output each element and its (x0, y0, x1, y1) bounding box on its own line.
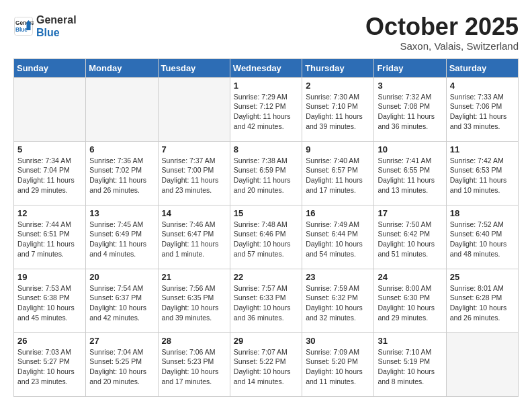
cell-info: Sunrise: 7:38 AM Sunset: 6:59 PM Dayligh… (234, 156, 298, 195)
day-number: 15 (234, 208, 298, 218)
calendar-cell: 13Sunrise: 7:45 AM Sunset: 6:49 PM Dayli… (86, 205, 158, 269)
day-number: 4 (450, 81, 515, 91)
calendar-cell (158, 77, 230, 141)
cell-info: Sunrise: 7:41 AM Sunset: 6:55 PM Dayligh… (378, 156, 442, 195)
calendar-cell (14, 77, 86, 141)
day-number: 1 (234, 81, 298, 91)
logo-icon: General Blue (13, 16, 34, 36)
day-number: 8 (234, 144, 298, 154)
calendar-cell: 30Sunrise: 7:09 AM Sunset: 5:20 PM Dayli… (302, 332, 374, 396)
calendar-cell: 28Sunrise: 7:06 AM Sunset: 5:23 PM Dayli… (158, 332, 230, 396)
day-number: 12 (17, 208, 82, 218)
day-number: 19 (17, 272, 82, 282)
weekday-header-friday: Friday (374, 58, 446, 77)
cell-info: Sunrise: 7:56 AM Sunset: 6:35 PM Dayligh… (162, 283, 226, 323)
weekday-header-thursday: Thursday (302, 58, 374, 77)
cell-info: Sunrise: 7:49 AM Sunset: 6:44 PM Dayligh… (306, 220, 370, 259)
calendar-cell: 22Sunrise: 7:57 AM Sunset: 6:33 PM Dayli… (230, 269, 302, 332)
day-number: 30 (306, 336, 370, 346)
page-header: General Blue General Blue October 2025 S… (13, 13, 519, 52)
cell-info: Sunrise: 7:29 AM Sunset: 7:12 PM Dayligh… (234, 92, 298, 132)
weekday-header-wednesday: Wednesday (230, 58, 302, 77)
location: Saxon, Valais, Switzerland (365, 40, 519, 52)
day-number: 2 (306, 81, 370, 91)
calendar-cell: 5Sunrise: 7:34 AM Sunset: 7:04 PM Daylig… (14, 141, 86, 205)
cell-info: Sunrise: 7:44 AM Sunset: 6:51 PM Dayligh… (17, 220, 82, 259)
day-number: 22 (234, 272, 298, 282)
cell-info: Sunrise: 8:00 AM Sunset: 6:30 PM Dayligh… (378, 283, 442, 323)
calendar-cell: 9Sunrise: 7:40 AM Sunset: 6:57 PM Daylig… (302, 141, 374, 205)
day-number: 31 (378, 336, 442, 346)
calendar-cell: 7Sunrise: 7:37 AM Sunset: 7:00 PM Daylig… (158, 141, 230, 205)
logo: General Blue General Blue (13, 13, 77, 39)
calendar-cell: 8Sunrise: 7:38 AM Sunset: 6:59 PM Daylig… (230, 141, 302, 205)
calendar-cell: 21Sunrise: 7:56 AM Sunset: 6:35 PM Dayli… (158, 269, 230, 332)
cell-info: Sunrise: 7:36 AM Sunset: 7:02 PM Dayligh… (89, 156, 154, 195)
cell-info: Sunrise: 7:46 AM Sunset: 6:47 PM Dayligh… (162, 220, 226, 259)
week-row-3: 12Sunrise: 7:44 AM Sunset: 6:51 PM Dayli… (14, 205, 519, 269)
calendar-cell: 2Sunrise: 7:30 AM Sunset: 7:10 PM Daylig… (302, 77, 374, 141)
day-number: 6 (89, 144, 154, 154)
calendar-cell: 31Sunrise: 7:10 AM Sunset: 5:19 PM Dayli… (374, 332, 446, 396)
cell-info: Sunrise: 7:30 AM Sunset: 7:10 PM Dayligh… (306, 92, 370, 132)
day-number: 5 (17, 144, 82, 154)
cell-info: Sunrise: 7:04 AM Sunset: 5:25 PM Dayligh… (89, 347, 154, 387)
calendar-cell: 17Sunrise: 7:50 AM Sunset: 6:42 PM Dayli… (374, 205, 446, 269)
calendar-cell: 27Sunrise: 7:04 AM Sunset: 5:25 PM Dayli… (86, 332, 158, 396)
week-row-1: 1Sunrise: 7:29 AM Sunset: 7:12 PM Daylig… (14, 77, 519, 141)
calendar-cell: 16Sunrise: 7:49 AM Sunset: 6:44 PM Dayli… (302, 205, 374, 269)
calendar-cell: 18Sunrise: 7:52 AM Sunset: 6:40 PM Dayli… (446, 205, 518, 269)
cell-info: Sunrise: 7:10 AM Sunset: 5:19 PM Dayligh… (378, 347, 442, 387)
day-number: 29 (234, 336, 298, 346)
weekday-header-tuesday: Tuesday (158, 58, 230, 77)
cell-info: Sunrise: 7:52 AM Sunset: 6:40 PM Dayligh… (450, 220, 515, 259)
cell-info: Sunrise: 7:32 AM Sunset: 7:08 PM Dayligh… (378, 92, 442, 132)
day-number: 18 (450, 208, 515, 218)
calendar-table: SundayMondayTuesdayWednesdayThursdayFrid… (13, 58, 519, 397)
week-row-5: 26Sunrise: 7:03 AM Sunset: 5:27 PM Dayli… (14, 332, 519, 396)
day-number: 7 (162, 144, 226, 154)
cell-info: Sunrise: 7:37 AM Sunset: 7:00 PM Dayligh… (162, 156, 226, 195)
calendar-cell: 14Sunrise: 7:46 AM Sunset: 6:47 PM Dayli… (158, 205, 230, 269)
day-number: 24 (378, 272, 442, 282)
month-title: October 2025 (365, 13, 519, 40)
day-number: 10 (378, 144, 442, 154)
day-number: 27 (89, 336, 154, 346)
weekday-header-saturday: Saturday (446, 58, 518, 77)
cell-info: Sunrise: 7:53 AM Sunset: 6:38 PM Dayligh… (17, 283, 82, 323)
calendar-cell (446, 332, 518, 396)
cell-info: Sunrise: 7:33 AM Sunset: 7:06 PM Dayligh… (450, 92, 515, 132)
week-row-2: 5Sunrise: 7:34 AM Sunset: 7:04 PM Daylig… (14, 141, 519, 205)
day-number: 14 (162, 208, 226, 218)
day-number: 17 (378, 208, 442, 218)
calendar-cell: 6Sunrise: 7:36 AM Sunset: 7:02 PM Daylig… (86, 141, 158, 205)
svg-text:Blue: Blue (15, 27, 28, 33)
cell-info: Sunrise: 7:45 AM Sunset: 6:49 PM Dayligh… (89, 220, 154, 259)
logo-general: General (36, 13, 77, 26)
calendar-cell: 3Sunrise: 7:32 AM Sunset: 7:08 PM Daylig… (374, 77, 446, 141)
calendar-cell: 25Sunrise: 8:01 AM Sunset: 6:28 PM Dayli… (446, 269, 518, 332)
day-number: 16 (306, 208, 370, 218)
day-number: 23 (306, 272, 370, 282)
cell-info: Sunrise: 7:40 AM Sunset: 6:57 PM Dayligh… (306, 156, 370, 195)
day-number: 28 (162, 336, 226, 346)
cell-info: Sunrise: 7:34 AM Sunset: 7:04 PM Dayligh… (17, 156, 82, 195)
calendar-cell: 4Sunrise: 7:33 AM Sunset: 7:06 PM Daylig… (446, 77, 518, 141)
day-number: 11 (450, 144, 515, 154)
day-number: 3 (378, 81, 442, 91)
calendar-cell: 23Sunrise: 7:59 AM Sunset: 6:32 PM Dayli… (302, 269, 374, 332)
logo-blue: Blue (36, 26, 77, 39)
calendar-cell: 1Sunrise: 7:29 AM Sunset: 7:12 PM Daylig… (230, 77, 302, 141)
cell-info: Sunrise: 7:07 AM Sunset: 5:22 PM Dayligh… (234, 347, 298, 387)
day-number: 9 (306, 144, 370, 154)
calendar-header-row: SundayMondayTuesdayWednesdayThursdayFrid… (14, 58, 519, 77)
calendar-cell: 19Sunrise: 7:53 AM Sunset: 6:38 PM Dayli… (14, 269, 86, 332)
day-number: 13 (89, 208, 154, 218)
calendar-cell: 15Sunrise: 7:48 AM Sunset: 6:46 PM Dayli… (230, 205, 302, 269)
calendar-cell: 11Sunrise: 7:42 AM Sunset: 6:53 PM Dayli… (446, 141, 518, 205)
cell-info: Sunrise: 7:03 AM Sunset: 5:27 PM Dayligh… (17, 347, 82, 387)
calendar-cell: 20Sunrise: 7:54 AM Sunset: 6:37 PM Dayli… (86, 269, 158, 332)
calendar-cell: 10Sunrise: 7:41 AM Sunset: 6:55 PM Dayli… (374, 141, 446, 205)
day-number: 20 (89, 272, 154, 282)
cell-info: Sunrise: 7:48 AM Sunset: 6:46 PM Dayligh… (234, 220, 298, 259)
